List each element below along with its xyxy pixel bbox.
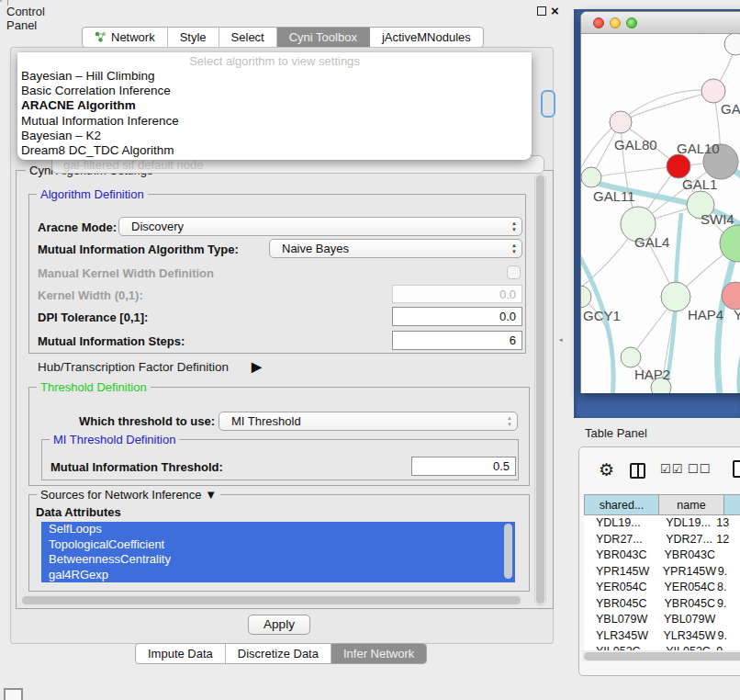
mi-steps-label: Mutual Information Steps: (38, 334, 185, 348)
new-table-icon[interactable] (733, 460, 740, 478)
network-graph: GAL80 GAL10 GAL11 GAL1 SWI4 GAL4 GCY1 HA… (581, 34, 740, 393)
tab-discretize-data[interactable]: Discretize Data (226, 644, 331, 663)
table-row[interactable]: YDR27... YDR27... 12 (584, 532, 740, 548)
cell-value: 8. (715, 580, 740, 596)
tab-cyni-toolbox[interactable]: Cyni Toolbox (277, 28, 370, 47)
apply-button[interactable]: Apply (248, 615, 310, 635)
tab-label: jActiveMNodules (382, 30, 471, 44)
combo-arrows-icon: ▲▼ (511, 243, 517, 255)
table-row[interactable]: YLR345W YLR345W 9. (584, 628, 740, 645)
cell-name: YLR345W (651, 628, 715, 645)
close-traffic-light-icon[interactable] (593, 17, 604, 28)
mi-threshold-label: Mutual Information Threshold: (50, 460, 223, 474)
hub-expand-icon[interactable]: ▶ (252, 359, 262, 374)
node-label: HAP4 (688, 307, 723, 322)
node-label: GAL (721, 101, 740, 117)
node-label: GCY1 (583, 308, 621, 323)
table-row[interactable]: YIL052C YIL052C 9 (584, 644, 740, 650)
algorithm-option[interactable]: Mutual Information Inference (17, 114, 532, 129)
control-panel-window: Control Panel × Network Style (0, 0, 2, 2)
minimize-traffic-light-icon[interactable] (610, 17, 621, 28)
mi-steps-field[interactable]: 6 (392, 331, 522, 350)
mi-type-combo[interactable]: Naive Bayes ▲▼ (269, 239, 522, 258)
node-gal11[interactable] (581, 167, 601, 187)
column-layout-icon[interactable] (630, 463, 645, 479)
dpi-tolerance-value: 0.0 (499, 310, 516, 323)
sources-collapse-icon[interactable]: ▼ (205, 488, 217, 502)
data-attributes-list[interactable]: SelfLoops TopologicalCoefficient Between… (41, 522, 515, 582)
node-gal[interactable] (701, 79, 725, 103)
attribute-item[interactable]: SelfLoops (41, 522, 515, 537)
algorithm-option[interactable]: Basic Correlation Inference (17, 84, 532, 98)
algorithm-dropdown-popup: Select algorithm to view settings Bayesi… (17, 52, 532, 160)
table-row[interactable]: YDL19... YDL19... 13 (584, 515, 740, 532)
zoom-traffic-light-icon[interactable] (626, 17, 637, 28)
deselect-all-checkboxes-icon[interactable]: ☐☐ (688, 462, 711, 476)
aracne-mode-combo[interactable]: Discovery ▲▼ (118, 217, 522, 236)
splitter-handle-icon[interactable]: ◂ (559, 336, 563, 344)
select-all-checkboxes-icon[interactable]: ☑☑ (660, 462, 683, 476)
algorithm-option[interactable]: Bayesian – K2 (17, 129, 532, 143)
node-gal80[interactable] (610, 111, 632, 133)
algorithm-option-selected[interactable]: ARACNE Algorithm (17, 98, 532, 113)
column-header-shared[interactable]: shared... (584, 494, 659, 515)
cell-shared: YPR145W (584, 564, 651, 581)
node-label: HAP2 (634, 367, 670, 382)
tab-label: Impute Data (148, 647, 213, 660)
dpi-tolerance-field[interactable]: 0.0 (392, 307, 522, 326)
close-icon[interactable]: × (551, 3, 559, 18)
table-row[interactable]: YBR043C YBR043C (584, 548, 740, 564)
aracne-mode-value: Discovery (131, 220, 184, 233)
tab-label: Network (111, 30, 155, 44)
node-red[interactable] (667, 154, 690, 178)
cell-name: YER054C (652, 580, 715, 596)
attribute-item[interactable]: gal4RGexp (41, 568, 515, 583)
table-row[interactable]: YBR045C YBR045C 9. (584, 596, 740, 613)
cell-value: 9. (715, 628, 740, 645)
table-horizontal-scrollbar[interactable] (582, 650, 740, 661)
data-attributes-label: Data Attributes (36, 505, 121, 519)
tab-network[interactable]: Network (83, 28, 168, 47)
node-label: GAL10 (677, 141, 720, 156)
attribute-item[interactable]: BetweennessCentrality (41, 552, 515, 568)
float-window-icon[interactable] (537, 6, 546, 16)
manual-kernel-checkbox[interactable] (507, 265, 521, 279)
which-threshold-combo[interactable]: MI Threshold ▲▼ (219, 412, 518, 431)
bottom-corner-panel-icon[interactable] (4, 688, 23, 700)
cell-value: 9 (714, 644, 740, 650)
node-hap4[interactable] (661, 282, 690, 311)
node-hap2[interactable] (621, 347, 641, 367)
attribute-list-scrollbar[interactable] (504, 524, 512, 579)
table-row[interactable]: YER054C YER054C 8. (584, 580, 740, 596)
algorithm-option[interactable]: Dream8 DC_TDC Algorithm (17, 143, 532, 158)
tab-jactivemnodules[interactable]: jActiveMNodules (370, 28, 483, 47)
settings-vertical-scrollbar[interactable] (534, 174, 546, 605)
table-row[interactable]: YPR145W YPR145W 9. (584, 564, 740, 581)
mi-threshold-field[interactable]: 0.5 (411, 457, 516, 476)
node-unlabeled[interactable] (724, 34, 740, 55)
network-window-titlebar[interactable] (581, 12, 740, 34)
node-swi4[interactable] (720, 225, 740, 262)
column-header-clipped[interactable] (724, 494, 740, 515)
cell-name: YDL19... (654, 515, 714, 532)
dpi-tolerance-label: DPI Tolerance [0,1]: (38, 310, 148, 324)
table-row[interactable]: YBL079W YBL079W (584, 612, 740, 628)
column-header-name[interactable]: name (659, 494, 724, 515)
focused-button-sliver[interactable] (541, 90, 555, 118)
tab-select[interactable]: Select (219, 28, 277, 47)
settings-horizontal-scrollbar[interactable] (21, 595, 522, 605)
table-body[interactable]: YDL19... YDL19... 13 YDR27... YDR27... 1… (584, 515, 740, 650)
cell-value: 9. (716, 564, 740, 581)
tab-infer-network[interactable]: Infer Network (331, 644, 426, 663)
gear-icon[interactable]: ⚙ (599, 459, 614, 480)
kernel-width-field[interactable]: 0.0 (392, 285, 522, 303)
node-label: GAL80 (614, 137, 657, 152)
tab-impute-data[interactable]: Impute Data (136, 644, 226, 663)
tab-style[interactable]: Style (168, 28, 219, 47)
algorithm-option[interactable]: Bayesian – Hill Climbing (17, 69, 532, 84)
mi-steps-value: 6 (510, 333, 516, 347)
network-canvas[interactable]: GAL80 GAL10 GAL11 GAL1 SWI4 GAL4 GCY1 HA… (581, 34, 740, 393)
sources-title-text: Sources for Network Inference (40, 488, 202, 502)
cell-shared: YER054C (584, 580, 652, 596)
attribute-item[interactable]: TopologicalCoefficient (41, 537, 515, 553)
